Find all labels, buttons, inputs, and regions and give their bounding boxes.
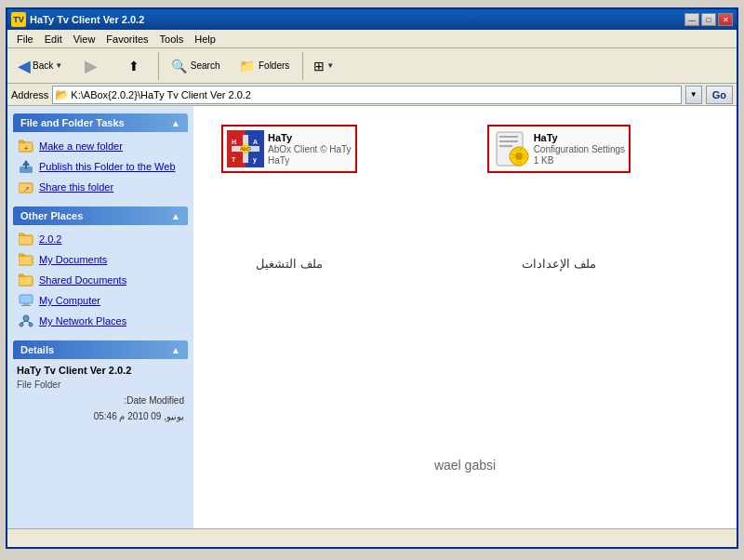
sidebar-link-share[interactable]: ↗ Share this folder [17,179,184,195]
shared-documents-icon [19,273,33,287]
toolbar: ◀ Back ▼ ▶ ⬆ 🔍 Search 📁 Folders ⊞ ▼ [7,48,737,84]
svg-rect-35 [499,145,512,147]
share-icon: ↗ [19,180,33,194]
file-exe-desc2: HaTy [268,155,352,166]
file-config-name: HaTy [534,132,625,143]
publish-label: Publish this Folder to the Web [39,161,176,172]
shared-documents-label: Shared Documents [39,274,126,286]
address-input[interactable] [71,89,678,100]
close-button[interactable]: ✕ [718,13,733,26]
svg-rect-39 [517,162,521,166]
other-places-title: Other Places [20,210,83,221]
file-tasks-content: + Make a new folder Publish this Folder … [13,132,188,201]
file-config-arabic-label: ملف الإعدادات [487,257,631,271]
my-documents-label: My Documents [39,254,107,265]
up-button[interactable]: ⬆ [113,50,154,82]
details-folder-name: HaTy Tv Client Ver 2.0.2 [17,365,184,376]
file-item-config[interactable]: HaTy Configuration Settings 1 KB ملف الإ… [487,125,631,271]
sidebar-link-my-computer[interactable]: My Computer [17,292,184,309]
svg-text:A: A [253,139,258,145]
svg-line-21 [26,321,31,323]
sidebar-link-new-folder[interactable]: + Make a new folder [17,138,184,154]
svg-point-19 [29,323,33,327]
svg-rect-5 [25,166,27,169]
config-file-icon [493,130,530,167]
svg-rect-8 [19,235,33,245]
file-exe-desc1: AbOx Client © HaTy [268,144,352,154]
menu-view[interactable]: View [68,32,101,47]
menu-edit[interactable]: Edit [39,32,68,47]
svg-marker-9 [19,233,25,235]
file-tasks-header[interactable]: File and Folder Tasks ▲ [13,113,188,132]
details-collapse-icon: ▲ [171,345,180,355]
new-folder-label: Make a new folder [39,140,123,152]
svg-rect-38 [517,147,521,151]
go-button[interactable]: Go [706,86,733,104]
file-item-exe-inner[interactable]: H A T y AbO HaTy AbOx Client © HaTy HaTy [221,125,357,173]
link-202-label: 2.0.2 [39,233,61,245]
details-date-value: يونيو, 09 2010 م 05:46 [17,411,184,421]
menu-file[interactable]: File [11,32,39,47]
menu-favorites[interactable]: Favorites [100,32,153,47]
file-item-exe[interactable]: H A T y AbO HaTy AbOx Client © HaTy HaTy [221,125,357,271]
file-item-config-inner[interactable]: HaTy Configuration Settings 1 KB [487,125,631,173]
svg-text:↗: ↗ [23,185,30,193]
folder-202-icon [19,232,33,247]
my-computer-icon [19,293,33,308]
svg-text:AbO: AbO [240,146,251,152]
back-dropdown-icon: ▼ [55,61,62,70]
menu-help[interactable]: Help [189,32,221,47]
maximize-button[interactable]: □ [701,13,716,26]
publish-icon [19,159,33,174]
views-icon: ⊞ [313,59,325,73]
status-bar [7,528,737,547]
exe-file-icon: H A T y AbO [227,130,264,167]
sidebar-section-file-tasks: File and Folder Tasks ▲ + Make a new fol… [13,113,188,201]
search-label: Search [191,60,220,71]
file-config-info: HaTy Configuration Settings 1 KB [534,132,625,166]
sidebar-link-my-documents[interactable]: My Documents [17,251,184,268]
details-title: Details [20,344,54,355]
address-folder-icon: 📂 [55,88,69,101]
minimize-button[interactable]: — [684,13,699,26]
toolbar-sep-1 [158,52,159,80]
svg-rect-10 [19,256,33,265]
my-network-icon [19,313,33,328]
svg-text:+: + [24,144,29,153]
sidebar-link-shared-documents[interactable]: Shared Documents [17,272,184,288]
svg-text:T: T [232,156,236,163]
file-config-size: 1 KB [534,155,625,166]
sidebar: File and Folder Tasks ▲ + Make a new fol… [7,106,193,528]
sidebar-section-other-places: Other Places ▲ 2.0.2 My Documents [13,207,188,335]
folders-button[interactable]: 📁 Folders [230,50,299,82]
window-title: HaTy Tv Client Ver 2.0.2 [30,14,684,25]
file-exe-arabic-label: ملف التشغيل [221,257,357,271]
other-places-content: 2.0.2 My Documents Shared Documents [13,225,188,335]
sidebar-link-202[interactable]: 2.0.2 [17,231,184,247]
toolbar-sep-2 [302,52,303,80]
forward-button[interactable]: ▶ [71,50,112,82]
search-icon: 🔍 [171,59,187,73]
menu-tools[interactable]: Tools [154,32,190,47]
sidebar-link-publish[interactable]: Publish this Folder to the Web [17,158,184,175]
svg-point-37 [515,153,523,160]
svg-rect-40 [510,154,513,158]
views-button[interactable]: ⊞ ▼ [307,50,340,82]
other-places-header[interactable]: Other Places ▲ [13,207,188,225]
svg-rect-34 [499,140,518,142]
sidebar-link-my-network[interactable]: My Network Places [17,313,184,329]
search-button[interactable]: 🔍 Search [163,50,228,82]
forward-arrow-icon: ▶ [85,56,98,76]
details-date-label: Date Modified: [17,395,184,406]
details-header[interactable]: Details ▲ [13,340,188,359]
folders-label: Folders [259,60,289,71]
back-button[interactable]: ◀ Back ▼ [11,50,69,82]
app-icon: TV [11,12,26,27]
svg-rect-12 [19,276,33,286]
window-controls: — □ ✕ [684,13,733,26]
other-places-collapse-icon: ▲ [171,211,180,221]
back-arrow-icon: ◀ [18,56,31,76]
address-dropdown[interactable]: ▼ [685,86,702,104]
main-content: File and Folder Tasks ▲ + Make a new fol… [7,106,737,528]
share-label: Share this folder [39,181,113,193]
